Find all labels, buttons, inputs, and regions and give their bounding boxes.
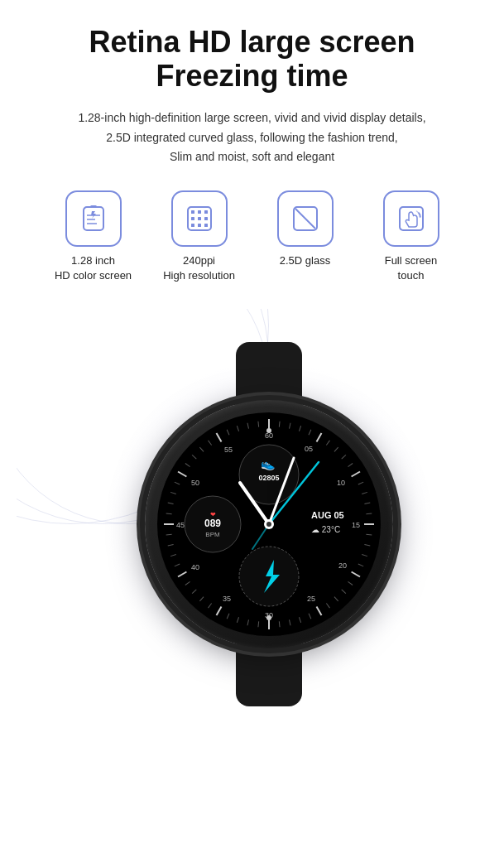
svg-line-77 <box>257 421 258 426</box>
watch-face: 60 05 10 15 20 25 30 35 40 45 50 55 <box>157 412 381 636</box>
svg-line-42 <box>366 534 372 535</box>
watch-outer: 60 05 10 15 20 25 30 35 40 45 50 55 <box>145 400 393 648</box>
svg-text:BPM: BPM <box>205 531 220 538</box>
svg-line-74 <box>227 429 229 434</box>
svg-rect-0 <box>84 207 103 230</box>
svg-text:10: 10 <box>336 479 344 487</box>
svg-line-54 <box>257 621 258 627</box>
svg-line-35 <box>334 447 338 451</box>
title-line2: Freezing time <box>156 59 348 93</box>
subtitle-text: 1.28-inch high-definition large screen, … <box>17 108 487 167</box>
svg-point-107 <box>266 428 271 433</box>
svg-line-53 <box>279 621 280 627</box>
svg-line-44 <box>362 554 367 556</box>
watch-face-svg: 60 05 10 15 20 25 30 35 40 45 50 55 <box>157 412 381 636</box>
features-row: 1.28 inch HD color screen <box>17 190 487 283</box>
svg-text:089: 089 <box>204 518 220 529</box>
svg-rect-7 <box>198 210 201 214</box>
svg-line-50 <box>308 613 310 618</box>
svg-line-38 <box>358 482 362 484</box>
svg-line-63 <box>170 554 176 556</box>
feature-hd-screen-icon-box <box>65 190 122 247</box>
watch-assembly: 60 05 10 15 20 25 30 35 40 45 50 55 <box>145 400 393 648</box>
svg-rect-10 <box>198 217 201 220</box>
svg-line-32 <box>299 426 300 431</box>
svg-rect-14 <box>204 224 208 227</box>
svg-line-28 <box>178 471 186 476</box>
svg-text:02805: 02805 <box>258 474 279 482</box>
svg-line-70 <box>185 463 190 466</box>
svg-line-45 <box>358 564 362 566</box>
svg-text:25: 25 <box>306 595 314 603</box>
page-title: Retina HD large screen Freezing time <box>17 25 487 94</box>
svg-text:15: 15 <box>351 521 359 529</box>
svg-line-46 <box>348 581 353 585</box>
svg-line-72 <box>199 447 204 451</box>
svg-line-43 <box>364 544 370 545</box>
svg-line-68 <box>170 492 176 494</box>
watch-band-bottom <box>236 640 302 706</box>
svg-line-20 <box>351 471 359 476</box>
svg-line-41 <box>366 513 372 513</box>
svg-text:50: 50 <box>190 479 199 487</box>
svg-line-47 <box>341 590 345 594</box>
svg-line-62 <box>174 564 179 566</box>
title-line1: Retina HD large screen <box>89 25 415 59</box>
feature-touch-icon-box <box>383 190 439 247</box>
svg-text:👟: 👟 <box>261 457 276 471</box>
svg-line-67 <box>167 503 173 504</box>
watch-section: 60 05 10 15 20 25 30 35 40 45 50 55 <box>17 309 504 740</box>
svg-line-29 <box>216 433 221 441</box>
svg-text:35: 35 <box>222 595 230 603</box>
feature-hd-screen-label: 1.28 inch HD color screen <box>55 253 132 283</box>
svg-line-58 <box>208 603 211 608</box>
svg-point-106 <box>266 522 271 527</box>
feature-touch-label: Full screen touch <box>385 253 438 283</box>
svg-line-64 <box>167 544 173 545</box>
svg-line-19 <box>316 433 321 441</box>
svg-line-25 <box>216 606 221 614</box>
svg-line-56 <box>237 617 238 623</box>
svg-line-66 <box>166 513 171 513</box>
svg-rect-6 <box>191 210 194 214</box>
svg-rect-9 <box>191 217 194 220</box>
svg-point-108 <box>266 615 271 620</box>
svg-line-52 <box>289 619 290 625</box>
svg-text:20: 20 <box>338 561 346 570</box>
svg-line-73 <box>208 440 211 445</box>
svg-rect-12 <box>191 224 194 227</box>
feature-resolution-icon-box <box>171 190 228 247</box>
feature-glass-icon-box <box>277 190 334 247</box>
svg-rect-1 <box>90 205 97 208</box>
svg-text:05: 05 <box>304 445 312 453</box>
feature-hd-screen: 1.28 inch HD color screen <box>48 190 139 283</box>
feature-glass: 2.5D glass <box>260 190 351 268</box>
svg-line-31 <box>289 422 290 428</box>
svg-line-34 <box>326 440 329 445</box>
svg-line-23 <box>316 606 321 614</box>
svg-line-40 <box>364 503 370 504</box>
svg-rect-8 <box>204 210 208 214</box>
svg-rect-13 <box>198 224 201 227</box>
svg-line-71 <box>192 455 196 459</box>
svg-line-30 <box>279 421 280 426</box>
feature-touch: Full screen touch <box>366 190 457 283</box>
glass-slash-icon <box>290 204 320 234</box>
svg-line-26 <box>178 571 186 576</box>
watch-band-top <box>236 342 302 408</box>
feature-resolution-label: 240ppi High resolution <box>163 253 235 283</box>
svg-line-36 <box>341 455 345 459</box>
svg-text:55: 55 <box>223 446 232 454</box>
touch-hand-icon <box>396 204 426 234</box>
svg-rect-11 <box>204 217 208 220</box>
grid-pattern-icon <box>185 204 214 234</box>
svg-text:40: 40 <box>190 563 199 571</box>
svg-line-33 <box>308 429 310 434</box>
feature-glass-label: 2.5D glass <box>280 253 330 268</box>
watch-body: 60 05 10 15 20 25 30 35 40 45 50 55 <box>145 400 393 648</box>
svg-text:AUG 05: AUG 05 <box>311 510 344 520</box>
svg-line-49 <box>326 603 329 608</box>
svg-text:45: 45 <box>175 521 184 529</box>
svg-line-16 <box>295 209 315 229</box>
svg-line-51 <box>299 617 300 623</box>
